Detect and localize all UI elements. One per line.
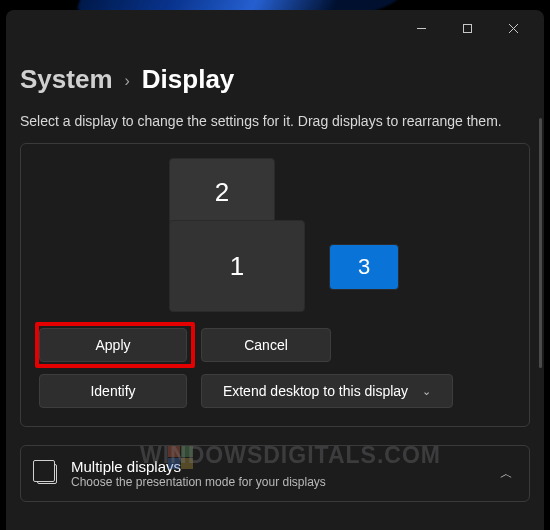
svg-rect-1 (463, 24, 471, 32)
page-subtitle: Select a display to change the settings … (20, 113, 530, 129)
display-monitor-2[interactable]: 2 (169, 158, 275, 226)
close-button[interactable] (490, 12, 536, 44)
chevron-up-icon[interactable]: ︿ (500, 465, 513, 483)
cancel-button[interactable]: Cancel (201, 328, 331, 362)
breadcrumb-parent[interactable]: System (20, 64, 113, 95)
breadcrumb: System › Display (20, 64, 530, 95)
titlebar (6, 10, 544, 46)
displays-icon (37, 464, 57, 484)
chevron-down-icon: ⌄ (422, 385, 431, 398)
chevron-right-icon: › (125, 72, 130, 90)
scrollbar[interactable] (539, 118, 542, 368)
minimize-button[interactable] (398, 12, 444, 44)
display-arrangement-panel: 2 1 3 Apply Cancel Identify Extend deskt… (20, 143, 530, 427)
identify-button[interactable]: Identify (39, 374, 187, 408)
display-mode-dropdown[interactable]: Extend desktop to this display ⌄ (201, 374, 453, 408)
breadcrumb-current: Display (142, 64, 235, 95)
maximize-button[interactable] (444, 12, 490, 44)
display-mode-label: Extend desktop to this display (223, 383, 408, 399)
watermark-text: WINDOWSDIGITALS.COM (140, 442, 441, 469)
display-monitor-1[interactable]: 1 (169, 220, 305, 312)
apply-button[interactable]: Apply (39, 328, 187, 362)
display-canvas[interactable]: 2 1 3 (39, 158, 511, 318)
section-subtitle: Choose the presentation mode for your di… (71, 475, 486, 489)
display-monitor-3[interactable]: 3 (329, 244, 399, 290)
